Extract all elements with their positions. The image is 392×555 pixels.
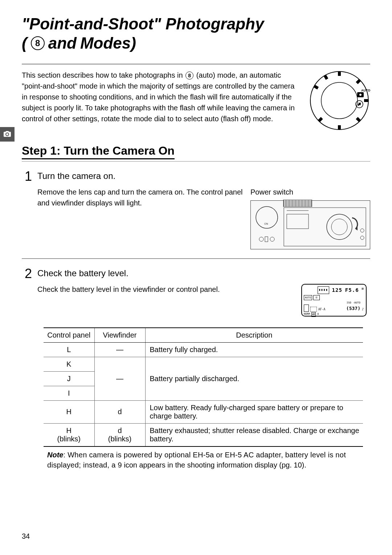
intro-text: This section describes how to take photo… — [22, 70, 301, 131]
chapter-tab-icon — [0, 127, 15, 142]
svg-point-16 — [259, 237, 264, 241]
svg-point-25 — [360, 236, 364, 240]
svg-point-1 — [321, 82, 358, 119]
step-number: 1 — [22, 169, 32, 249]
table-row: K — Battery partially discharged. — [44, 357, 363, 371]
svg-point-22 — [331, 219, 347, 235]
intro-section: This section describes how to take photo… — [22, 70, 370, 131]
step-number: 2 — [22, 266, 32, 317]
step-title: Turn the camera on. — [37, 171, 370, 181]
section-divider — [22, 161, 370, 162]
svg-rect-8 — [338, 125, 341, 130]
svg-point-21 — [327, 214, 352, 240]
auto-mode-icon: 8 — [31, 36, 45, 50]
title-divider — [22, 64, 370, 64]
svg-rect-4 — [338, 72, 341, 76]
svg-rect-6 — [364, 99, 368, 102]
table-row: H d Low battery. Ready fully-charged spa… — [44, 400, 363, 423]
svg-point-24 — [360, 229, 364, 232]
step-title: Check the battery level. — [37, 268, 370, 278]
camera-illustration: ON — [250, 200, 370, 249]
table-header: Description — [145, 328, 363, 343]
table-row: H (blinks) d (blinks) Battery exhausted;… — [44, 423, 363, 446]
step-divider — [22, 258, 370, 259]
svg-text:ON: ON — [264, 223, 268, 225]
svg-text:AUTO: AUTO — [361, 89, 370, 92]
svg-point-14 — [256, 207, 278, 228]
step-1: 1 Turn the camera on. Remove the lens ca… — [22, 169, 370, 249]
step-text: Remove the lens cap and turn the camera … — [37, 187, 243, 249]
svg-rect-19 — [284, 208, 366, 246]
svg-point-12 — [359, 94, 362, 96]
svg-rect-17 — [265, 237, 268, 242]
step-text: Check the battery level in the viewfinde… — [37, 284, 294, 317]
svg-point-18 — [270, 237, 274, 241]
title-line2: ( 8 and Modes) — [22, 34, 370, 53]
lcd-panel-illustration: ▮▮▮▮ 125 F5.6 ⊡ AUTO ⊡ AF-A — [301, 284, 367, 317]
battery-level-table: Control panel Viewfinder Description L —… — [44, 327, 363, 447]
page-title: "Point-and-Shoot" Photography ( 8 and Mo… — [22, 15, 370, 53]
step-2: 2 Check the battery level. Check the bat… — [22, 266, 370, 317]
auto-mode-icon-inline: 8 — [185, 72, 193, 79]
mode-dial-illustration: AUTO — [309, 70, 370, 131]
title-line1: "Point-and-Shoot" Photography — [22, 15, 370, 34]
page-number: 34 — [22, 532, 30, 540]
svg-rect-20 — [287, 214, 309, 229]
table-row: L — Battery fully charged. — [44, 342, 363, 357]
power-switch-label: Power switch — [250, 187, 370, 197]
section-heading: Step 1: Turn the Camera On — [22, 144, 175, 159]
table-header: Viewfinder — [94, 328, 145, 343]
table-note: Note: When camera is powered by optional… — [44, 450, 370, 470]
table-header: Control panel — [44, 328, 94, 343]
